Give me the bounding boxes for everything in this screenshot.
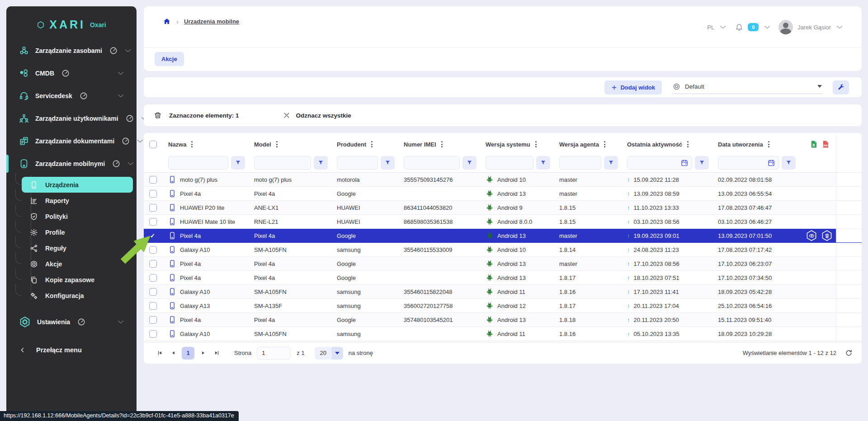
row-checkbox-checked[interactable]: ✓: [149, 232, 155, 239]
column-menu-kebab-icon[interactable]: [370, 140, 373, 148]
table-row[interactable]: Pixel 4aPixel 4aGoogleAndroid 13master↑1…: [144, 187, 862, 201]
pagination-prev-button[interactable]: [167, 347, 179, 359]
sidebar-subitem-reports[interactable]: Raporty: [22, 193, 133, 208]
sidebar-item-settings[interactable]: Ustawienia: [6, 311, 137, 333]
deselect-all-button[interactable]: Odznacz wszystkie: [296, 112, 351, 119]
chevron-down-icon[interactable]: [835, 23, 844, 31]
sidebar-item-servicedesk[interactable]: Servicedesk: [6, 85, 137, 107]
filter-funnel-button[interactable]: [695, 156, 709, 170]
view-settings-button[interactable]: [833, 80, 849, 95]
filter-funnel-button[interactable]: [231, 156, 245, 170]
view-select[interactable]: Default: [672, 81, 823, 94]
chevron-down-icon[interactable]: [719, 23, 727, 31]
refresh-button[interactable]: [844, 348, 854, 358]
sidebar-subitem-target[interactable]: Akcje: [22, 256, 133, 272]
add-view-button[interactable]: Dodaj widok: [604, 80, 662, 95]
pagination-first-button[interactable]: [154, 347, 165, 359]
row-delete-button[interactable]: [821, 229, 833, 242]
table-row[interactable]: HUAWEI Mate 10 liteRNE-L21HUAWEI86859803…: [144, 215, 862, 229]
pagination-last-button[interactable]: [211, 347, 222, 359]
home-icon[interactable]: [163, 17, 171, 25]
column-menu-kebab-icon[interactable]: [534, 140, 538, 148]
sidebar-item-documents[interactable]: Zarządzanie dokumentami: [6, 130, 137, 152]
chevron-down-icon[interactable]: [763, 23, 771, 31]
row-checkbox[interactable]: [149, 176, 157, 184]
cell-producer: samsung: [331, 285, 398, 298]
table-row[interactable]: Pixel 4aPixel 4aGoogle357480103545201And…: [144, 313, 862, 327]
table-row[interactable]: Galaxy A13SM-A135Fsamsung356002720127758…: [144, 299, 862, 313]
sidebar-subitem-profiles[interactable]: Profile: [22, 224, 133, 240]
sidebar-item-assets[interactable]: Zarządzanie zasobami: [6, 39, 137, 62]
filter-input-wersja-systemu[interactable]: [486, 156, 533, 169]
select-all-checkbox[interactable]: [149, 141, 157, 148]
row-checkbox[interactable]: [149, 260, 157, 268]
table-row[interactable]: Pixel 4aPixel 4aGoogleAndroid 13master↑1…: [144, 257, 862, 271]
row-checkbox[interactable]: [149, 204, 157, 212]
sidebar-item-cmdb[interactable]: CMDB: [6, 62, 137, 85]
column-menu-kebab-icon[interactable]: [603, 140, 606, 148]
breadcrumb-link-mobile-devices[interactable]: Urządzenia mobilne: [184, 18, 239, 25]
akcje-button[interactable]: Akcje: [155, 52, 184, 66]
sidebar-item-mobile[interactable]: Zarządzanie mobilnymi: [6, 152, 137, 175]
row-checkbox[interactable]: [149, 246, 157, 254]
filter-input-numer-imei[interactable]: [404, 156, 459, 169]
cell-imei: [398, 229, 480, 242]
sidebar-toggle-menu[interactable]: Przełącz menu: [6, 339, 137, 361]
column-menu-kebab-icon[interactable]: [686, 140, 689, 148]
last-activity: 11.10.2023 13:33: [634, 204, 679, 211]
row-checkbox[interactable]: [149, 330, 157, 338]
table-row[interactable]: Galaxy A10SM-A105FNsamsungAndroid 111.8.…: [144, 327, 862, 341]
filter-input-model[interactable]: [255, 156, 311, 169]
deselect-all-x-icon[interactable]: [283, 111, 291, 119]
row-checkbox[interactable]: [149, 218, 157, 226]
sidebar-subitem-rules[interactable]: Reguły: [22, 240, 133, 256]
row-checkbox[interactable]: [149, 190, 157, 198]
language-selector[interactable]: PL: [707, 24, 714, 31]
notification-count-badge[interactable]: 0: [748, 23, 759, 31]
pagination-next-button[interactable]: [197, 347, 209, 359]
table-row[interactable]: HUAWEI P20 liteANE-LX1HUAWEI863411044053…: [144, 201, 862, 215]
filter-funnel-button[interactable]: [314, 156, 328, 170]
sidebar-subitem-policies[interactable]: Polityki: [22, 208, 133, 224]
notifications-bell-icon[interactable]: [735, 23, 743, 31]
sidebar-subitem-device[interactable]: Urządzenia: [22, 177, 133, 193]
column-menu-kebab-icon[interactable]: [767, 140, 770, 148]
cell-system: Android 9: [480, 201, 554, 214]
table-row[interactable]: Galaxy A10SM-A105FNsamsung35546011582204…: [144, 285, 862, 299]
row-checkbox[interactable]: [149, 274, 157, 282]
filter-input-produdent[interactable]: [337, 156, 377, 169]
table-row[interactable]: ✓Pixel 4aPixel 4aGoogleAndroid 13master↑…: [144, 229, 862, 243]
row-checkbox[interactable]: [149, 302, 157, 310]
export-pdf-icon[interactable]: [821, 140, 830, 148]
system-version: Android 13: [497, 260, 526, 267]
filter-input-wersja-agenta[interactable]: [560, 156, 601, 169]
system-version: Android 9: [497, 204, 523, 211]
column-menu-kebab-icon[interactable]: [190, 140, 193, 148]
filter-funnel-button[interactable]: [462, 156, 476, 170]
filter-input-data-utworzenia[interactable]: [718, 156, 767, 169]
per-page-select[interactable]: 20: [315, 347, 343, 360]
column-menu-kebab-icon[interactable]: [275, 140, 278, 148]
page-number-input[interactable]: [257, 347, 290, 360]
column-menu-kebab-icon[interactable]: [440, 140, 443, 148]
row-checkbox[interactable]: [149, 316, 157, 324]
table-row[interactable]: moto g(7) plusmoto g(7) plusmotorola3555…: [144, 173, 862, 187]
filter-funnel-button[interactable]: [604, 156, 618, 170]
sidebar-item-users[interactable]: Zarządzanie użytkownikami: [6, 107, 137, 130]
filter-funnel-button[interactable]: [536, 156, 550, 170]
sidebar-subitem-copy[interactable]: Kopie zapasowe: [22, 272, 133, 288]
filter-input-nazwa[interactable]: [169, 156, 228, 169]
funnel-icon: [608, 160, 614, 166]
table-row[interactable]: Galaxy A10SM-A105FNsamsung35546011553300…: [144, 243, 862, 257]
filter-input-ostatnia-aktywno-[interactable]: [627, 156, 680, 169]
row-view-button[interactable]: [805, 229, 818, 242]
table-row[interactable]: Pixel 4aPixel 4aGoogleAndroid 131.8.17↑1…: [144, 271, 862, 285]
filter-funnel-button[interactable]: [782, 156, 796, 170]
filter-funnel-button[interactable]: [381, 156, 395, 170]
export-excel-icon[interactable]: [810, 140, 818, 148]
selected-items-basket-icon[interactable]: [154, 111, 162, 119]
user-avatar[interactable]: [778, 20, 793, 34]
pagination-page-1-button[interactable]: 1: [182, 347, 194, 360]
row-checkbox[interactable]: [149, 288, 157, 296]
sidebar-subitem-config[interactable]: Konfiguracja: [22, 288, 133, 303]
